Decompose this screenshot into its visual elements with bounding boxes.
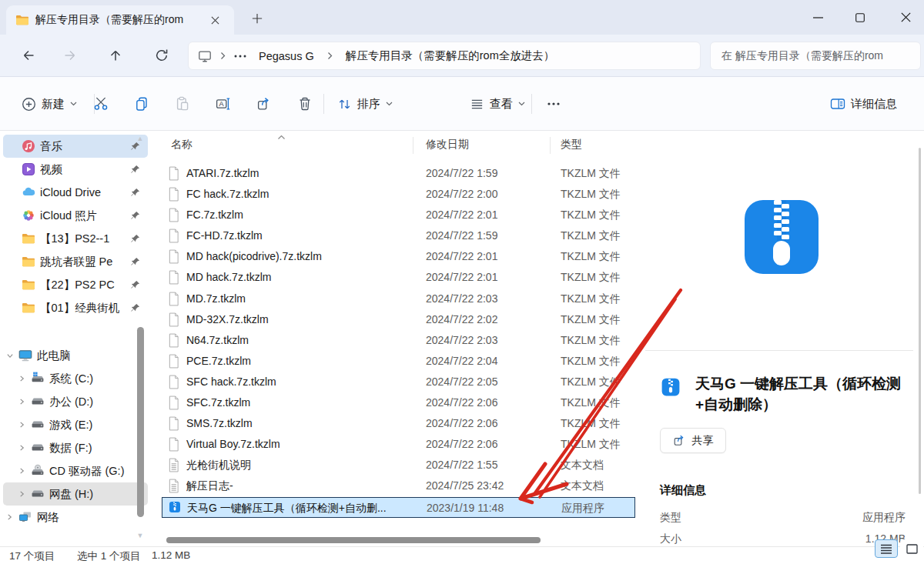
sidebar-item-label: 【13】PS2--1 [40, 232, 131, 246]
breadcrumb-ellipsis-icon[interactable] [234, 55, 246, 58]
paste-button[interactable] [167, 90, 198, 118]
minimize-button[interactable] [800, 0, 835, 35]
file-row[interactable]: FC.7z.tkzlm2024/7/22 2:01TKZLM 文件 [162, 205, 635, 225]
new-button[interactable]: 新建 [15, 90, 83, 118]
sidebar-tree-item[interactable]: 系统 (C:) [3, 367, 148, 390]
sidebar-item[interactable]: 视频 [3, 158, 148, 181]
file-row[interactable]: PCE.7z.tkzlm2024/7/22 2:04TKZLM 文件 [162, 351, 635, 372]
share-button[interactable] [249, 90, 280, 118]
chevron-down-icon [70, 102, 77, 106]
monitor-icon [198, 49, 212, 63]
file-row[interactable]: MD-32X.7z.tkzlm2024/7/22 2:02TKZLM 文件 [162, 309, 635, 330]
sidebar-tree-item[interactable]: CD 驱动器 (G:) [3, 459, 148, 482]
file-row[interactable]: 解压日志-2024/7/25 23:42文本文档 [162, 476, 635, 496]
file-icon [168, 166, 179, 181]
close-button[interactable] [888, 0, 924, 35]
column-header-date[interactable]: 修改日期 [426, 138, 469, 152]
breadcrumb-item[interactable]: Pegasus G [254, 48, 319, 65]
chevron-right-icon[interactable] [18, 490, 25, 498]
view-button-label: 查看 [490, 97, 513, 112]
sort-button[interactable]: 排序 [331, 90, 399, 118]
chevron-right-icon[interactable] [18, 375, 25, 382]
tab-close-button[interactable] [205, 10, 225, 30]
address-bar[interactable]: Pegasus G 解压专用目录（需要解压的rom全放进去） [188, 42, 701, 70]
file-type: 应用程序 [561, 498, 604, 519]
back-button[interactable] [14, 42, 43, 69]
search-box[interactable]: 在 解压专用目录（需要解压的rom [710, 42, 921, 70]
file-name: SFC hack.7z.tkzlm [186, 372, 417, 392]
file-row[interactable]: N64.7z.tkzlm2024/7/22 2:03TKZLM 文件 [162, 330, 635, 351]
sidebar-item[interactable]: 【01】经典街机 [3, 296, 148, 319]
file-row-selected[interactable]: 天马G 一键解压工具（循环检测+自动删...2023/1/19 11:48应用程… [162, 497, 635, 518]
refresh-button[interactable] [147, 42, 176, 69]
sidebar-tree-item[interactable]: 网盘 (H:) [3, 482, 148, 506]
sidebar-tree-item[interactable]: 办公 (D:) [3, 390, 148, 413]
forward-button[interactable] [55, 42, 85, 69]
file-date: 2024/7/22 2:01 [426, 267, 497, 288]
item-count: 17 个项目 [9, 549, 55, 563]
column-separator[interactable] [413, 137, 413, 154]
chevron-right-icon[interactable] [18, 467, 25, 475]
sidebar-tree-item[interactable]: 此电脑 [3, 344, 148, 367]
file-row[interactable]: MD.7z.tkzlm2024/7/22 2:03TKZLM 文件 [162, 289, 635, 309]
sidebar-item-label: 网络 [37, 510, 131, 525]
file-row[interactable]: Virtual Boy.7z.tkzlm2024/7/22 2:06TKZLM … [162, 434, 635, 455]
sidebar-tree-item[interactable]: 数据 (F:) [3, 436, 148, 459]
sidebar-tree-list: 此电脑系统 (C:)办公 (D:)游戏 (E:)数据 (F:)CD 驱动器 (G… [0, 344, 151, 529]
chevron-down-icon[interactable] [6, 352, 14, 359]
chevron-right-icon[interactable] [6, 513, 13, 521]
chevron-right-icon[interactable] [18, 421, 25, 429]
details-view-toggle[interactable] [875, 539, 898, 558]
sidebar-tree-item[interactable]: 游戏 (E:) [3, 413, 148, 436]
copy-button[interactable] [126, 90, 157, 118]
sidebar-scroll-up[interactable]: ▲ [136, 134, 145, 143]
sidebar-item[interactable]: 跳坑者联盟 Pe [3, 250, 148, 273]
horizontal-scrollbar-thumb[interactable] [166, 537, 541, 543]
rename-button[interactable]: A [208, 90, 239, 118]
sidebar-scrollbar-thumb[interactable] [137, 327, 144, 517]
file-list: 名称 修改日期 类型 ATARI.7z.tkzlm2024/7/22 1:59T… [162, 131, 635, 546]
up-button[interactable] [101, 42, 130, 69]
sidebar-item-label: 【22】PS2 PC [40, 278, 131, 292]
preview-scrollbar[interactable] [919, 148, 921, 494]
cut-button[interactable] [85, 90, 116, 118]
column-header-type[interactable]: 类型 [561, 138, 582, 152]
sidebar-item[interactable]: 【13】PS2--1 [3, 227, 148, 250]
sidebar-item[interactable]: 音乐 [3, 135, 148, 158]
details-pane-toggle[interactable]: 详细信息 [824, 90, 903, 118]
file-icon [168, 416, 179, 431]
file-row[interactable]: SMS.7z.tkzlm2024/7/22 2:06TKZLM 文件 [162, 413, 635, 434]
view-button[interactable]: 查看 [464, 90, 531, 118]
file-row[interactable]: FC-HD.7z.tkzlm2024/7/22 1:59TKZLM 文件 [162, 225, 635, 246]
sidebar-scroll-down[interactable]: ▼ [136, 531, 145, 540]
file-name: MD hack.7z.tkzlm [186, 267, 417, 288]
file-row[interactable]: MD hack.7z.tkzlm2024/7/22 2:01TKZLM 文件 [162, 267, 635, 288]
sidebar-item[interactable]: 【22】PS2 PC [3, 273, 148, 296]
file-row[interactable]: FC hack.7z.tkzlm2024/7/22 2:00TKZLM 文件 [162, 184, 635, 205]
chevron-right-icon[interactable] [18, 398, 25, 405]
new-tab-button[interactable] [246, 8, 268, 29]
file-row[interactable]: 光枪街机说明2024/7/22 1:55文本文档 [162, 455, 635, 476]
share-file-button[interactable]: 共享 [660, 428, 726, 453]
file-row[interactable]: ATARI.7z.tkzlm2024/7/22 1:59TKZLM 文件 [162, 163, 635, 184]
explorer-tab[interactable]: 解压专用目录（需要解压的rom [6, 5, 234, 35]
sidebar-item[interactable]: iCloud Drive [3, 181, 148, 204]
sidebar-item[interactable]: iCloud 照片 [3, 204, 148, 227]
delete-button[interactable] [290, 90, 320, 118]
breadcrumb-item[interactable]: 解压专用目录（需要解压的rom全放进去） [341, 46, 559, 65]
maximize-button[interactable] [842, 0, 878, 35]
file-row[interactable]: SFC.7z.tkzlm2024/7/22 2:06TKZLM 文件 [162, 392, 635, 413]
music-icon [22, 139, 35, 153]
column-separator[interactable] [550, 137, 551, 154]
file-row[interactable]: SFC hack.7z.tkzlm2024/7/22 2:05TKZLM 文件 [162, 372, 635, 392]
file-date: 2024/7/22 1:59 [426, 225, 497, 246]
icons-view-toggle[interactable] [900, 539, 923, 558]
chevron-right-icon[interactable] [18, 444, 25, 452]
more-options-button[interactable] [539, 90, 568, 118]
column-header-name[interactable]: 名称 [171, 138, 192, 152]
file-row[interactable]: MD hack(picodrive).7z.tkzlm2024/7/22 2:0… [162, 246, 635, 267]
file-date: 2024/7/22 1:55 [426, 455, 497, 476]
chevron-right-icon [219, 52, 226, 60]
sidebar-tree-item[interactable]: 网络 [3, 506, 148, 529]
file-icon [168, 312, 179, 327]
